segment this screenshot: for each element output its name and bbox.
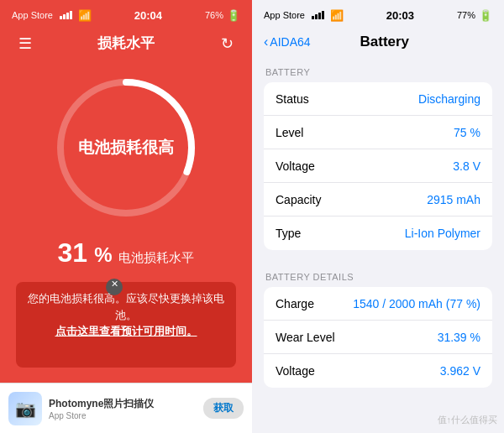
warning-box: 您的电池损耗很高。应该尽快更换掉该电池。 点击这里查看预计可用时间。 ✕: [16, 282, 236, 368]
row-value-charge: 1540 / 2000 mAh (77 %): [353, 297, 480, 310]
table-row: Capacity 2915 mAh: [264, 183, 492, 216]
ad-sub: App Store: [49, 411, 197, 420]
right-panel: App Store 📶 20:03 77% 🔋 ‹ AIDA64 Battery…: [252, 0, 504, 433]
right-battery-pct: 77%: [457, 10, 475, 20]
signal-bars-icon: [60, 11, 72, 19]
left-title: 损耗水平: [37, 34, 215, 53]
ad-get-button[interactable]: 获取: [203, 398, 244, 419]
row-label-charge: Charge: [276, 297, 314, 310]
ad-banner[interactable]: 📷 Photomyne照片扫描仪 App Store 获取: [0, 383, 252, 433]
right-page-title: Battery: [311, 34, 459, 50]
percentage-row: 31 % 电池损耗水平: [58, 237, 195, 269]
right-nav: ‹ AIDA64 Battery: [252, 30, 504, 57]
battery-icon: 🔋: [227, 9, 240, 22]
right-status-bar: App Store 📶 20:03 77% 🔋: [252, 0, 504, 30]
table-row: Level 75 %: [264, 116, 492, 149]
left-battery-pct: 76%: [205, 10, 223, 20]
row-value-wear-level: 31.39 %: [438, 331, 480, 344]
row-value-voltage2: 3.962 V: [440, 364, 480, 378]
right-battery-icon: 🔋: [479, 9, 492, 22]
left-time: 20:04: [134, 9, 162, 22]
wifi-icon: 📶: [78, 9, 92, 22]
ad-info: Photomyne照片扫描仪 App Store: [49, 397, 197, 420]
menu-icon[interactable]: ☰: [13, 34, 37, 53]
table-row: Voltage 3.962 V: [264, 354, 492, 388]
battery-table: Status Discharging Level 75 % Voltage 3.…: [264, 82, 492, 250]
table-row: Wear Level 31.39 %: [264, 321, 492, 354]
row-label-voltage: Voltage: [276, 159, 315, 173]
right-app-store-label: App Store: [264, 10, 305, 20]
left-header: ☰ 损耗水平 ↻: [0, 30, 252, 60]
row-value-voltage: 3.8 V: [453, 159, 480, 173]
right-wifi-icon: 📶: [330, 9, 344, 22]
refresh-icon[interactable]: ↻: [215, 34, 239, 53]
left-panel: App Store 📶 20:04 76% 🔋 ☰ 损耗水平 ↻: [0, 0, 252, 433]
row-value-status: Discharging: [418, 92, 480, 106]
table-row: Type Li-Ion Polymer: [264, 216, 492, 250]
left-status-bar: App Store 📶 20:04 76% 🔋: [0, 0, 252, 30]
row-label-type: Type: [276, 227, 301, 240]
app-store-label: App Store: [12, 10, 53, 20]
table-row: Status Discharging: [264, 82, 492, 116]
left-status-left: App Store 📶: [12, 9, 92, 22]
ad-name: Photomyne照片扫描仪: [49, 397, 197, 411]
row-label-status: Status: [276, 92, 309, 106]
watermark: 值↑什么值得买: [438, 414, 498, 426]
gauge-text: 电池损耗很高: [78, 138, 174, 159]
battery-details-table: Charge 1540 / 2000 mAh (77 %) Wear Level…: [264, 287, 492, 388]
row-label-voltage2: Voltage: [276, 364, 315, 378]
row-value-capacity: 2915 mAh: [427, 193, 480, 206]
back-button[interactable]: ‹ AIDA64: [264, 34, 311, 50]
section-header-battery: BATTERY: [252, 57, 504, 82]
section-header-battery-details: BATTERY DETAILS: [252, 262, 504, 287]
ad-app-icon: 📷: [8, 392, 42, 425]
right-status-left: App Store 📶: [264, 9, 344, 22]
right-time: 20:03: [386, 9, 414, 22]
right-signal-bars-icon: [312, 11, 324, 19]
row-value-type: Li-Ion Polymer: [405, 227, 480, 240]
row-label-level: Level: [276, 126, 303, 139]
battery-gauge: 电池损耗很高: [55, 76, 197, 219]
table-row: Charge 1540 / 2000 mAh (77 %): [264, 287, 492, 321]
pct-number: 31: [58, 237, 88, 269]
left-status-right: 76% 🔋: [205, 9, 240, 22]
right-status-right: 77% 🔋: [457, 9, 492, 22]
table-row: Voltage 3.8 V: [264, 149, 492, 183]
row-label-wear-level: Wear Level: [276, 331, 335, 344]
row-label-capacity: Capacity: [276, 193, 321, 206]
pct-sign: %: [94, 243, 112, 267]
close-warning-btn[interactable]: ✕: [106, 279, 123, 295]
warning-text: 您的电池损耗很高。应该尽快更换掉该电池。: [28, 290, 224, 324]
row-value-level: 75 %: [454, 126, 480, 139]
warning-link[interactable]: 点击这里查看预计可用时间。: [28, 324, 224, 339]
back-label[interactable]: AIDA64: [270, 35, 310, 49]
pct-label: 电池损耗水平: [118, 250, 194, 266]
right-content: BATTERY Status Discharging Level 75 % Vo…: [252, 57, 504, 433]
chevron-left-icon: ‹: [264, 34, 268, 50]
